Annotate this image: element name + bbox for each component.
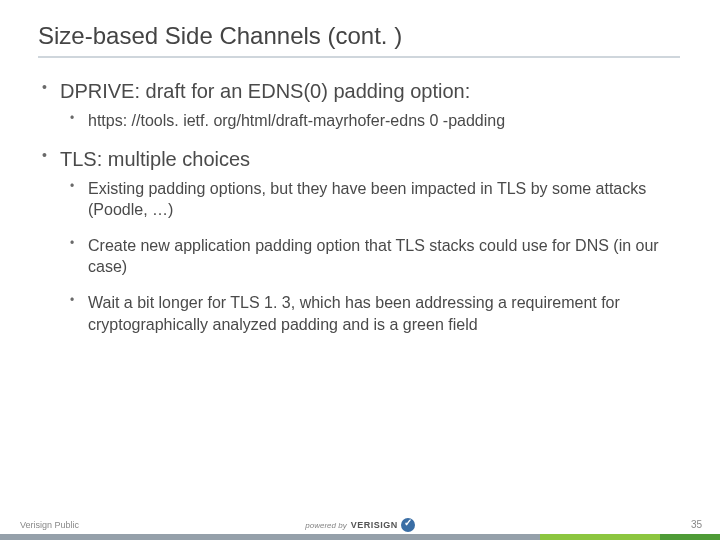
bullet-item: DPRIVE: draft for an EDNS(0) padding opt…	[38, 78, 676, 132]
bullet-list-level1: DPRIVE: draft for an EDNS(0) padding opt…	[38, 78, 676, 335]
sub-bullet-item: Wait a bit longer for TLS 1. 3, which ha…	[60, 292, 676, 335]
sub-bullet-item: https: //tools. ietf. org/html/draft-may…	[60, 110, 676, 132]
verisign-logo: VERISIGN	[351, 518, 415, 532]
bullet-list-level2: Existing padding options, but they have …	[60, 178, 676, 336]
footer-accent-bar	[0, 534, 720, 540]
bullet-text: TLS: multiple choices	[60, 148, 250, 170]
sub-bullet-item: Create new application padding option th…	[60, 235, 676, 278]
slide-footer: Verisign Public powered by VERISIGN 35	[0, 516, 720, 540]
slide: Size-based Side Channels (cont. ) DPRIVE…	[0, 0, 720, 540]
bullet-list-level2: https: //tools. ietf. org/html/draft-may…	[60, 110, 676, 132]
bullet-item: TLS: multiple choices Existing padding o…	[38, 146, 676, 336]
checkmark-icon	[401, 518, 415, 532]
bullet-text: DPRIVE: draft for an EDNS(0) padding opt…	[60, 80, 470, 102]
page-number: 35	[691, 519, 702, 530]
powered-by-logo: powered by VERISIGN	[305, 518, 414, 532]
bar-segment-green-dark	[660, 534, 720, 540]
verisign-logo-text: VERISIGN	[351, 520, 398, 530]
slide-content: DPRIVE: draft for an EDNS(0) padding opt…	[38, 78, 676, 349]
slide-title: Size-based Side Channels (cont. )	[38, 22, 680, 58]
bar-segment-grey	[0, 534, 540, 540]
bar-segment-green-light	[540, 534, 660, 540]
powered-prefix: powered by	[305, 521, 346, 530]
footer-center: powered by VERISIGN	[0, 514, 720, 533]
sub-bullet-item: Existing padding options, but they have …	[60, 178, 676, 221]
